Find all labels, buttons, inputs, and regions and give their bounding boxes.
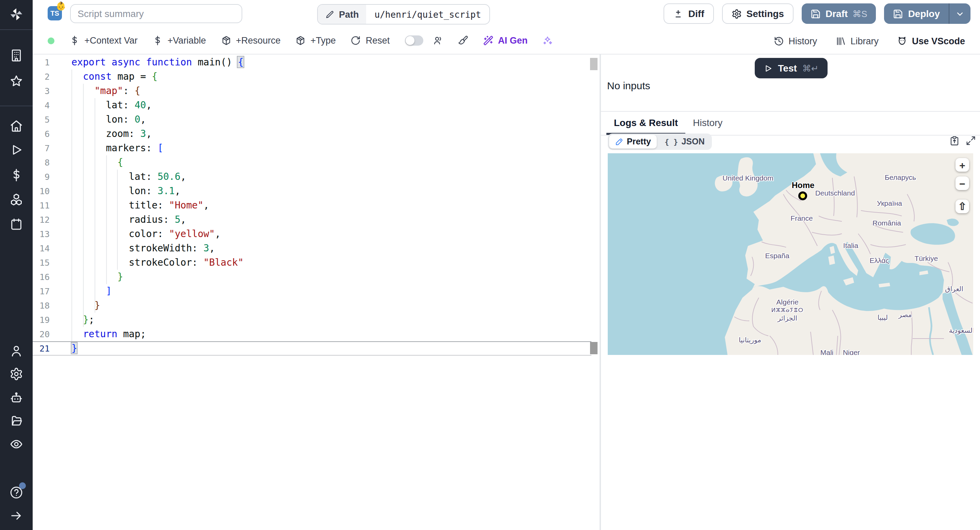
line-number: 17 xyxy=(33,284,61,299)
line-number: 9 xyxy=(33,170,61,184)
home-icon[interactable] xyxy=(10,119,23,133)
dollar-icon xyxy=(153,35,163,46)
sparkles-icon xyxy=(542,35,553,46)
format-paintbrush-icon[interactable] xyxy=(458,35,468,46)
collab-users-icon[interactable] xyxy=(433,35,443,46)
windmill-script-editor: TS 👶 Path u/henri/quiet_script Diff Sett xyxy=(0,0,980,530)
settings-gear-icon[interactable] xyxy=(10,367,23,381)
deploy-button[interactable]: Deploy xyxy=(885,3,949,24)
home-marker[interactable] xyxy=(798,192,807,200)
draft-button[interactable]: Draft ⌘S xyxy=(802,3,876,24)
result-map[interactable]: United KingdomБеларусьDeutschlandУкраїна… xyxy=(608,153,973,355)
line-number: 3 xyxy=(33,84,61,98)
sidebar-divider xyxy=(0,105,33,106)
map-label: Беларусь xyxy=(885,173,916,181)
expand-fullscreen-icon[interactable] xyxy=(966,136,976,146)
code-line: lat: 40, xyxy=(72,98,243,112)
map-label: Mali xyxy=(821,348,834,355)
windmill-logo-icon[interactable] xyxy=(9,7,24,22)
favorites-star-icon[interactable] xyxy=(10,74,23,88)
line-number: 19 xyxy=(33,313,61,327)
map-label: España xyxy=(765,251,789,260)
audit-eye-icon[interactable] xyxy=(10,437,23,451)
map-zoom-out-button[interactable]: − xyxy=(956,176,969,190)
code-editor[interactable]: 123456789101112131415161718192021 export… xyxy=(33,54,600,530)
code-line: }; xyxy=(72,313,243,327)
test-run-button[interactable]: Test ⌘↵ xyxy=(755,58,827,78)
map-label: السعودية xyxy=(949,327,973,334)
run-panel: Test ⌘↵ No inputs Logs & Result History … xyxy=(601,54,980,530)
reset-button[interactable]: Reset xyxy=(351,35,390,46)
deploy-button-group: Deploy xyxy=(885,3,970,24)
deploy-dropdown-button[interactable] xyxy=(949,3,970,24)
pencil-icon xyxy=(325,10,334,19)
map-fit-bounds-button[interactable]: ⇧ xyxy=(956,200,969,213)
map-label: Italia xyxy=(843,241,858,249)
scrollbar-thumb[interactable] xyxy=(590,58,598,70)
add-type-button[interactable]: +Type xyxy=(296,35,336,46)
library-button[interactable]: Library xyxy=(835,36,878,46)
code-line: lon: 0, xyxy=(72,112,243,127)
map-label: ليبيا xyxy=(878,314,888,321)
ai-gen-button[interactable]: AI Gen xyxy=(483,35,527,46)
line-number: 11 xyxy=(33,198,61,212)
code-line: ] xyxy=(72,284,243,299)
script-summary-input[interactable] xyxy=(70,4,242,23)
line-number: 14 xyxy=(33,241,61,255)
ai-robot-icon[interactable] xyxy=(10,391,23,405)
map-label: France xyxy=(791,214,813,222)
save-icon xyxy=(893,8,904,19)
resources-boxes-icon[interactable] xyxy=(10,193,23,206)
map-label: Niger xyxy=(843,348,860,355)
braces-icon: { } xyxy=(665,137,678,146)
line-number: 10 xyxy=(33,184,61,198)
map-label: ⵍⵣⵣⴰⵢⴻⵔ xyxy=(772,307,804,313)
line-number: 5 xyxy=(33,112,61,127)
add-resource-button[interactable]: +Resource xyxy=(221,35,280,46)
runs-play-icon[interactable] xyxy=(10,143,23,157)
chevron-down-icon xyxy=(955,8,965,19)
workspace-building-icon[interactable] xyxy=(10,48,23,62)
diff-mode-toggle[interactable] xyxy=(404,35,423,46)
gear-icon xyxy=(731,8,741,19)
editor-scrollbar[interactable] xyxy=(590,55,598,530)
package-icon xyxy=(296,35,306,46)
map-zoom-in-button[interactable]: + xyxy=(956,158,969,172)
editor-toolbar: +Context Var +Variable +Resource +Type R… xyxy=(33,27,980,54)
draft-shortcut: ⌘S xyxy=(853,8,867,19)
line-number: 16 xyxy=(33,270,61,284)
copy-clipboard-icon[interactable] xyxy=(950,136,959,146)
diff-button[interactable]: Diff xyxy=(664,3,714,24)
expand-sidebar-arrow-icon[interactable] xyxy=(10,509,23,522)
line-number: 13 xyxy=(33,227,61,241)
use-vscode-button[interactable]: Use VScode xyxy=(897,36,965,46)
package-icon xyxy=(221,35,231,46)
code-line: lat: 50.6, xyxy=(72,170,243,184)
badge-emoji: 👶 xyxy=(56,2,66,11)
view-pretty[interactable]: Pretty xyxy=(609,135,657,148)
code-line: const map = { xyxy=(72,69,243,84)
line-number: 12 xyxy=(33,212,61,227)
view-json[interactable]: { } JSON xyxy=(659,135,711,148)
sparkles-icon[interactable] xyxy=(542,35,553,46)
folders-icon[interactable] xyxy=(10,414,23,428)
tab-history[interactable]: History xyxy=(685,112,730,135)
tab-logs-and-result[interactable]: Logs & Result xyxy=(606,112,685,135)
path-control[interactable]: Path u/henri/quiet_script xyxy=(317,4,490,24)
history-button[interactable]: History xyxy=(773,36,817,46)
add-variable-button[interactable]: +Variable xyxy=(153,35,206,46)
library-icon xyxy=(835,36,846,46)
line-number: 6 xyxy=(33,127,61,141)
schedules-calendar-icon[interactable] xyxy=(10,217,23,231)
map-label: العراق xyxy=(945,285,963,292)
test-shortcut: ⌘↵ xyxy=(802,63,819,73)
variables-dollar-icon[interactable] xyxy=(10,168,23,182)
help-icon[interactable] xyxy=(10,486,23,499)
add-context-var-button[interactable]: +Context Var xyxy=(69,35,137,46)
line-number: 21 xyxy=(33,341,61,356)
user-icon[interactable] xyxy=(10,344,23,358)
users-icon xyxy=(433,35,443,46)
sidebar xyxy=(0,0,33,530)
status-dot xyxy=(48,37,54,44)
settings-button[interactable]: Settings xyxy=(722,3,793,24)
